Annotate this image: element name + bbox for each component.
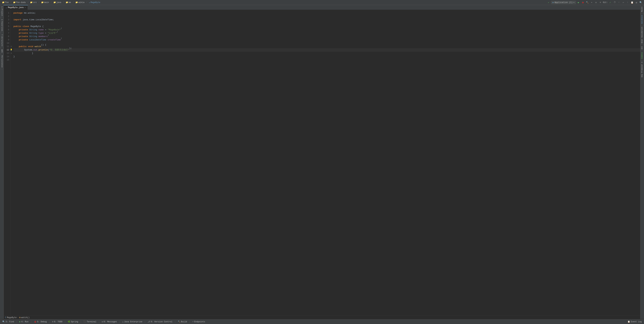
nav-foo-dudu[interactable]: 📁 foo-dudu: [12, 1, 26, 4]
str-println-val: "哇，我要关注他们": [49, 48, 69, 52]
messages-icon: ✉: [102, 321, 103, 323]
status-endpoints[interactable]: ⚡ Endpoints: [191, 320, 206, 323]
git-timer-icon[interactable]: ⏱: [613, 1, 616, 4]
keyword-void: void: [28, 45, 33, 48]
enterprise-icon: ☕: [122, 321, 124, 323]
nav-magebyte[interactable]: ☕ MageByte: [88, 1, 101, 4]
top-nav-bar: 📁 foo / 📁 foo-dudu / 📁 src / 📁 main / 📁 …: [0, 0, 644, 5]
dropdown-arrow-icon: ▾: [573, 1, 574, 4]
left-side-panel: 1-Project 2-Favorites 7-Structure Web Pe…: [0, 5, 4, 319]
right-tab-ant[interactable]: Ant: [640, 45, 644, 51]
method-watch: watch: [34, 45, 41, 48]
code-line-8: private String members;: [14, 35, 640, 38]
right-tab-bean-validation[interactable]: Bean Validation: [640, 25, 644, 45]
field-name: name: [38, 28, 44, 31]
status-find[interactable]: 🔍 3: Find: [1, 320, 15, 323]
nav-me[interactable]: 📁 me: [65, 1, 72, 4]
git-shelf-icon[interactable]: 📋: [630, 1, 634, 4]
editor-content[interactable]: 1 2 3 4 5 6 7 8 9 10 11 12 13 14 15 pack…: [4, 10, 640, 316]
debug-button[interactable]: 🐞: [581, 1, 585, 4]
sidebar-item-persistence[interactable]: Persistence: [0, 54, 4, 69]
git-update-icon[interactable]: ↑: [617, 1, 621, 4]
line-num-6: 6: [4, 28, 10, 31]
breadcrumb-class[interactable]: C MageByte: [5, 317, 16, 319]
status-debug[interactable]: 🐞 5: Debug: [33, 320, 48, 323]
git-undo-icon[interactable]: ↩: [622, 1, 625, 4]
folder-icon-5: 📁: [54, 1, 56, 4]
vcs-icon: ⎇: [148, 321, 150, 323]
build-button[interactable]: 🔨: [586, 1, 589, 4]
sidebar-item-web[interactable]: Web: [0, 48, 4, 54]
keyword-private-7: private: [19, 31, 28, 35]
right-tab-key-promoter[interactable]: Key Promoter X: [640, 60, 644, 78]
class-icon: C: [5, 317, 6, 319]
line-num-7: 7: [4, 31, 10, 35]
fold-icon-13[interactable]: ⊟: [11, 52, 12, 55]
line-num-11: 11: [4, 45, 10, 48]
field-members: members: [38, 35, 48, 38]
keyword-private-9: private: [19, 38, 28, 42]
nav-src[interactable]: 📁 src: [30, 1, 38, 4]
coverage-button[interactable]: ☂: [590, 1, 594, 4]
git-check-icon[interactable]: ✓: [608, 1, 612, 4]
right-tab-codota[interactable]: Codota: [640, 51, 644, 60]
nav-main[interactable]: 📁 main: [40, 1, 50, 4]
right-tab-database[interactable]: Database: [640, 13, 644, 25]
sidebar-item-favorites[interactable]: 2-Favorites: [0, 18, 4, 33]
git-settings-icon[interactable]: ▤: [634, 1, 638, 4]
git-push-icon[interactable]: ↑: [626, 1, 630, 4]
file-tabs-bar: ☕ MageByte.java ×: [4, 5, 640, 10]
nav-foo[interactable]: 📁 foo: [1, 1, 10, 4]
run-config-dropdown[interactable]: ▶ Application (1) ▾: [551, 1, 576, 4]
terminal-icon: ⬛: [84, 321, 86, 323]
find-icon: 🔍: [2, 321, 5, 323]
git-check-button[interactable]: ✓: [547, 1, 550, 4]
java-file-icon: ☕: [89, 1, 90, 4]
status-terminal[interactable]: ⬛ Terminal: [82, 320, 98, 323]
status-todo[interactable]: ≡ 6: TODO: [51, 320, 64, 323]
search-everywhere-button[interactable]: 🔍: [639, 1, 643, 4]
field-createtime: createTime: [48, 38, 61, 42]
line-num-8: 8: [4, 35, 10, 38]
nav-sep-6: /: [73, 1, 74, 3]
code-line-5: public class MageByte {: [14, 25, 640, 28]
endpoints-icon: ⚡: [192, 321, 194, 323]
code-line-4: [14, 21, 640, 25]
field-out: out: [34, 48, 37, 52]
status-run[interactable]: ▶ 4: Run: [18, 320, 30, 323]
status-spring[interactable]: 🌿 Spring: [67, 320, 79, 323]
sidebar-item-project[interactable]: 1-Project: [0, 5, 4, 18]
status-version-control[interactable]: ⎇ 9: Version Control: [146, 320, 174, 323]
line-num-2: 2: [4, 15, 10, 18]
line-num-12: 12: [4, 48, 10, 52]
status-java-enterprise[interactable]: ☕ Java Enterprise: [121, 320, 143, 323]
status-messages[interactable]: ✉ 0: Messages: [101, 320, 118, 323]
stop-button[interactable]: ■: [598, 1, 602, 4]
line-num-15: 15: [4, 58, 10, 62]
code-editor[interactable]: package me.wikia; import java.time.Local…: [11, 10, 640, 316]
git-section: Git: ✓ ⏱ ↑ ↩ ↑ 📋 ▤: [603, 1, 638, 4]
folder-icon: 📁: [2, 1, 4, 4]
keyword-import: import: [14, 18, 21, 21]
breadcrumb-method[interactable]: m watch(): [19, 317, 30, 319]
file-tab-magebyte[interactable]: ☕ MageByte.java ×: [4, 5, 28, 10]
status-build[interactable]: 🔨 Build: [177, 320, 188, 323]
profile-button[interactable]: ⚙: [594, 1, 598, 4]
run-button[interactable]: ▶: [577, 1, 580, 4]
breadcrumb-bar: C MageByte › m watch(): [4, 316, 640, 319]
fold-icon-11[interactable]: ⊟: [11, 45, 12, 48]
nav-wikia[interactable]: 📁 wikia: [75, 1, 85, 4]
intention-bulb-icon[interactable]: 💡: [11, 49, 12, 51]
folder-icon-2: 📁: [13, 1, 16, 4]
status-event-log[interactable]: 📋 Event Log: [626, 320, 643, 323]
nav-sep-4: /: [51, 1, 52, 3]
right-tab-maven[interactable]: Maven: [640, 5, 644, 13]
tab-close-button[interactable]: ×: [24, 6, 26, 8]
run-status-icon: ▶: [19, 321, 20, 323]
code-line-1: package me.wikia;: [14, 11, 640, 15]
nav-java[interactable]: 📁 java: [53, 1, 62, 4]
event-log-icon: 📋: [628, 321, 630, 323]
sidebar-item-structure[interactable]: 7-Structure: [0, 33, 4, 48]
folder-icon-3: 📁: [30, 1, 32, 4]
line-num-14: 14: [4, 55, 10, 58]
